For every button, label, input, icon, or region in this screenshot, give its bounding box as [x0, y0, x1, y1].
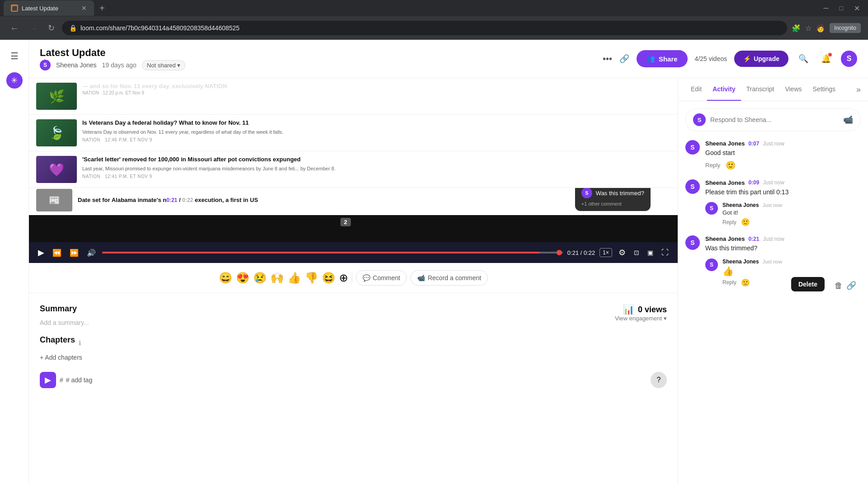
close-window-icon[interactable]: ✕: [849, 2, 864, 14]
browser-tab[interactable]: ⬛ Latest Update ✕: [4, 0, 94, 16]
respond-input[interactable]: [710, 116, 839, 123]
skip-back-button[interactable]: ⏪: [51, 247, 63, 259]
bookmark-icon[interactable]: ☆: [805, 24, 811, 33]
new-tab-button[interactable]: +: [96, 1, 108, 15]
reply-reply-button-2[interactable]: Reply: [722, 218, 736, 226]
copy-link-icon-button[interactable]: 🔗: [846, 281, 856, 291]
news-title: — and so for Nov. 11 every day, exclusiv…: [82, 83, 670, 90]
emoji-divider: [352, 272, 352, 283]
forward-button[interactable]: →: [26, 20, 41, 36]
minimize-icon[interactable]: ─: [819, 2, 833, 14]
view-engagement-button[interactable]: View engagement ▾: [615, 315, 667, 322]
copy-link-button[interactable]: 🔗: [619, 54, 629, 64]
comment-avatar: S: [685, 140, 700, 155]
sidebar-menu-icon[interactable]: ☰: [7, 47, 22, 65]
pip-button[interactable]: ⊡: [632, 247, 641, 258]
list-item[interactable]: 🌿 — and so for Nov. 11 every day, exclus…: [29, 78, 678, 115]
progress-bar[interactable]: [102, 252, 563, 253]
maximize-icon[interactable]: □: [835, 3, 848, 14]
reply-react-button-3[interactable]: 🙂: [741, 278, 750, 287]
video-section: 🌿 — and so for Nov. 11 every day, exclus…: [29, 78, 678, 484]
notifications-button[interactable]: 🔔: [818, 51, 834, 66]
reply-reply-button-3[interactable]: Reply: [722, 278, 736, 287]
add-tag-button[interactable]: # # add tag: [60, 376, 92, 384]
comment-text-3: Was this trimmed?: [705, 244, 861, 253]
address-input[interactable]: [80, 24, 780, 32]
comment-reply-2: S Sheena Jones Just now Got it! Reply: [685, 202, 861, 226]
play-button[interactable]: ▶: [36, 246, 46, 259]
emoji-picker-button[interactable]: ⊕: [339, 272, 348, 284]
emoji-clap[interactable]: 🙌: [270, 272, 284, 284]
extension-icon[interactable]: 🧩: [792, 24, 801, 33]
summary-title: Summary: [40, 304, 89, 314]
upgrade-button[interactable]: ⚡ Upgrade: [734, 51, 788, 67]
delete-button[interactable]: Delete: [791, 277, 825, 291]
settings-button[interactable]: ⚙: [617, 246, 627, 259]
page-title: Latest Update: [40, 47, 595, 59]
back-button[interactable]: ←: [7, 20, 22, 36]
user-avatar[interactable]: S: [841, 51, 857, 67]
info-icon: ℹ: [79, 339, 81, 347]
tab-activity[interactable]: Activity: [707, 78, 741, 101]
emoji-thumbsup[interactable]: 👍: [288, 272, 301, 284]
chevron-down-icon: ▾: [177, 62, 180, 69]
news-info-4: Date set for Alabama inmate's n0:21 / 0:…: [78, 197, 258, 204]
help-button[interactable]: ?: [651, 372, 667, 388]
not-shared-badge[interactable]: Not shared ▾: [142, 60, 186, 70]
fullscreen-button[interactable]: ⛶: [660, 247, 670, 258]
tab-edit[interactable]: Edit: [685, 78, 707, 101]
comment-bubble: S Was this trimmed? +1 other comment: [575, 188, 651, 211]
summary-section: Summary Add a summary... 📊 0 views View …: [29, 293, 678, 372]
comment-item-2: S Sheena Jones 0:09 Just now Please trim…: [685, 179, 861, 197]
comment-timecode-3[interactable]: 0:21: [748, 236, 759, 242]
add-summary[interactable]: Add a summary...: [40, 319, 89, 326]
respond-box[interactable]: S 📹: [685, 108, 861, 131]
news-body-2: Veterans Day is observed on Nov. 11 ever…: [82, 129, 670, 136]
bar-chart-icon: 📊: [623, 304, 634, 315]
tab-transcript[interactable]: Transcript: [741, 78, 780, 101]
comment-timecode[interactable]: 0:07: [748, 141, 759, 147]
search-button[interactable]: 🔍: [796, 51, 811, 66]
reply-button[interactable]: Reply: [705, 162, 720, 169]
tab-close-icon[interactable]: ✕: [81, 5, 87, 12]
volume-button[interactable]: 🔊: [85, 247, 98, 259]
comment-content: Sheena Jones 0:07 Just now Good start Re…: [705, 140, 861, 170]
speed-button[interactable]: 1×: [599, 248, 612, 257]
panel-expand-icon[interactable]: »: [856, 85, 861, 94]
emoji-love[interactable]: 😍: [236, 272, 250, 284]
share-icon: 👥: [646, 55, 655, 63]
lock-icon: 🔒: [69, 24, 77, 32]
share-button[interactable]: 👥 Share: [637, 50, 688, 67]
video-respond-icon[interactable]: 📹: [843, 115, 853, 125]
react-button[interactable]: 🙂: [726, 160, 736, 170]
video-player: 💜 'Scarlet letter' removed for 100,000 i…: [29, 151, 678, 263]
more-options-button[interactable]: •••: [603, 54, 612, 64]
news-info: — and so for Nov. 11 every day, exclusiv…: [82, 83, 670, 110]
comment-content-3: Sheena Jones 0:21 Just now Was this trim…: [705, 235, 861, 253]
sidebar-logo[interactable]: ✳: [6, 72, 23, 89]
list-item[interactable]: 💜 'Scarlet letter' removed for 100,000 i…: [36, 156, 670, 183]
reply-react-button-2[interactable]: 🙂: [741, 218, 750, 226]
skip-forward-button[interactable]: ⏩: [68, 247, 80, 259]
comment-label: Comment: [373, 274, 401, 282]
comment-avatar-3: S: [685, 235, 700, 250]
add-chapters-button[interactable]: + Add chapters: [40, 354, 667, 361]
refresh-button[interactable]: ↻: [45, 20, 57, 36]
address-bar-container[interactable]: 🔒: [62, 21, 787, 35]
theater-button[interactable]: ▣: [646, 247, 655, 258]
emoji-bar: 😄 😍 😢 🙌 👍 👎 😆 ⊕ 💬 Comment 📹 R: [29, 263, 678, 293]
emoji-sad[interactable]: 😢: [253, 272, 267, 284]
emoji-more[interactable]: 😆: [322, 272, 335, 284]
tab-views[interactable]: Views: [779, 78, 807, 101]
list-item[interactable]: 🍃 Is Veterans Day a federal holiday? Wha…: [29, 115, 678, 151]
profile-icon[interactable]: 🧑: [816, 24, 825, 33]
comment-button[interactable]: 💬 Comment: [356, 270, 407, 286]
comment-timecode-2[interactable]: 0:09: [748, 179, 759, 186]
emoji-happy[interactable]: 😄: [219, 272, 232, 284]
tab-settings[interactable]: Settings: [807, 78, 841, 101]
trash-icon-button[interactable]: 🗑: [835, 281, 843, 291]
loom-record-button[interactable]: ▶: [40, 372, 56, 388]
record-comment-button[interactable]: 📹 Record a comment: [410, 270, 488, 286]
emoji-thumbsdown[interactable]: 👎: [305, 272, 318, 284]
incognito-badge: Incognito: [830, 23, 861, 33]
